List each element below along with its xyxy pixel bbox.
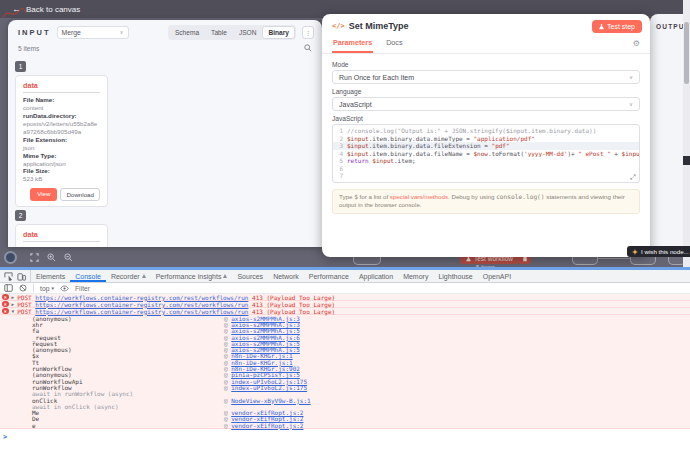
- zoom-in-icon[interactable]: [47, 253, 56, 262]
- error-message: POST https://workflows.container-registr…: [17, 294, 335, 301]
- devtools-tab-lighthouse[interactable]: Lighthouse: [433, 270, 477, 282]
- mode-select[interactable]: Run Once for Each Item ∨: [332, 70, 640, 84]
- warning-icon: [142, 274, 146, 278]
- line-number: 6: [333, 165, 347, 173]
- devtools-tabbar: ElementsConsoleRecorderPerformance insig…: [0, 270, 690, 283]
- devtools-tab-console[interactable]: Console: [70, 270, 106, 282]
- devtools-tab-recorder[interactable]: Recorder: [106, 270, 151, 282]
- search-icon[interactable]: [304, 44, 312, 52]
- test-step-button[interactable]: Test step: [592, 20, 642, 33]
- divider: [23, 241, 100, 242]
- source-location-link[interactable]: NodeView-xByV9w-B.js:1: [231, 397, 310, 404]
- binary-field-value: 523 kB: [23, 175, 100, 183]
- back-to-canvas-label: Back to canvas: [26, 5, 80, 14]
- item-index-badge: 1: [15, 61, 26, 72]
- binary-data-card: dataFile Name:contentrunData.directory:e…: [15, 75, 108, 207]
- devtools-tab-performance-insights[interactable]: Performance insights: [151, 270, 233, 282]
- input-source-select[interactable]: Merge ∨: [57, 26, 129, 39]
- binary-field-label: Mime Type:: [23, 152, 100, 160]
- language-label: Language: [332, 88, 640, 95]
- flask-icon: [599, 23, 604, 30]
- source-location-link[interactable]: vendor-xEifRopt.js:2: [231, 422, 303, 429]
- node-settings-dialog: </> Set MimeType Test step ParametersDoc…: [322, 14, 650, 257]
- error-icon: ×: [2, 301, 9, 308]
- output-panel-title: OUTPUT: [650, 14, 683, 30]
- inspect-element-icon[interactable]: [4, 272, 13, 281]
- stack-frame-row: e@ vendor-xEifRopt.js:2: [0, 422, 690, 428]
- binary-field-value: application/json: [23, 160, 100, 168]
- devtools-tab-memory[interactable]: Memory: [398, 270, 433, 282]
- code-editor[interactable]: 1//console.log("Output is:" + JSON.strin…: [332, 124, 640, 183]
- devtools-tab-performance[interactable]: Performance: [304, 270, 354, 282]
- wish-tooltip[interactable]: I wish this node...: [627, 246, 690, 257]
- expand-arrow-icon[interactable]: ▶: [12, 295, 15, 300]
- devtools-tab-elements[interactable]: Elements: [31, 270, 70, 282]
- prompt-chevron-icon: >: [3, 433, 7, 441]
- code-line: 3$input.item.binary.data.fileExtension =…: [333, 142, 639, 150]
- binary-field-value: eposts/v2/letters/u55b2a8ea97268c6bb905d…: [23, 120, 100, 136]
- input-view-tab-binary[interactable]: Binary: [262, 26, 295, 39]
- console-context-select[interactable]: top▾: [40, 285, 54, 292]
- fit-view-icon[interactable]: [30, 253, 39, 262]
- view-button[interactable]: View: [30, 188, 57, 201]
- code-line: 2$input.item.binary.data.mimeType = "app…: [333, 135, 639, 143]
- console-prompt[interactable]: >: [0, 429, 690, 445]
- special-vars-link[interactable]: special vars/methods: [390, 193, 448, 200]
- input-view-tab-schema[interactable]: Schema: [169, 26, 205, 39]
- expand-arrow-icon[interactable]: ▼: [12, 309, 15, 314]
- app-scrollbar[interactable]: [683, 0, 690, 267]
- zoom-out-icon[interactable]: [64, 253, 73, 262]
- binary-field-value: json: [23, 144, 100, 152]
- input-panel: INPUT Merge ∨ SchemaTableJSONBinary ⋮ 5 …: [8, 20, 322, 247]
- devtools-tab-application[interactable]: Application: [354, 270, 398, 282]
- dialog-title: Set MimeType: [349, 21, 409, 31]
- clear-console-icon[interactable]: [19, 284, 27, 292]
- binary-field-value: content: [23, 104, 100, 112]
- editor-hint: Type $ for a list of special vars/method…: [332, 189, 640, 214]
- devtools-tab-openapi[interactable]: OpenAPI: [478, 270, 516, 282]
- console-toolbar: top▾: [0, 283, 690, 294]
- request-url-link[interactable]: https://workflows.container-registry.com…: [35, 308, 248, 315]
- code-line: 1//console.log("Output is:" + JSON.strin…: [333, 127, 639, 135]
- scrollbar-thumb[interactable]: [684, 22, 689, 84]
- help-bubble[interactable]: [4, 251, 17, 264]
- line-number: 3: [333, 142, 347, 150]
- console-sidebar-icon[interactable]: [4, 284, 13, 292]
- line-number: 4: [333, 150, 347, 158]
- language-select[interactable]: JavaScript ∨: [332, 97, 640, 111]
- output-panel: OUTPUT: [650, 14, 683, 257]
- line-number: 7: [333, 172, 347, 180]
- input-options-button[interactable]: ⋮: [302, 26, 314, 39]
- download-button[interactable]: Download: [60, 188, 100, 201]
- console-filter-input[interactable]: [75, 285, 155, 292]
- binary-data-card: dataFile Name:contentrunData.directory:e…: [15, 224, 108, 247]
- binary-field-label: File Name:: [23, 245, 100, 247]
- divider: [23, 92, 100, 93]
- live-expression-eye-icon[interactable]: [60, 285, 69, 292]
- expand-editor-icon[interactable]: [630, 174, 636, 180]
- input-view-tab-json[interactable]: JSON: [233, 26, 263, 39]
- line-number: 1: [333, 127, 347, 135]
- binary-field-label: File Extension:: [23, 136, 100, 144]
- dialog-tabs: ParametersDocs⚙: [322, 34, 650, 54]
- error-icon: ×: [2, 308, 9, 315]
- input-items: 1dataFile Name:contentrunData.directory:…: [15, 58, 315, 247]
- request-url-link[interactable]: https://workflows.container-registry.com…: [35, 294, 248, 301]
- devtools-tab-sources[interactable]: Sources: [232, 270, 268, 282]
- dialog-tab-docs[interactable]: Docs: [385, 35, 403, 53]
- expand-arrow-icon[interactable]: ▶: [12, 302, 15, 307]
- code-node-icon: </>: [332, 22, 345, 30]
- request-url-link[interactable]: https://workflows.container-registry.com…: [35, 301, 248, 308]
- dialog-tab-parameters[interactable]: Parameters: [332, 35, 373, 53]
- source-location-link[interactable]: index-uPIv6oL2.js:175: [231, 384, 307, 391]
- sparkle-icon: [632, 249, 638, 255]
- input-view-tab-table[interactable]: Table: [205, 26, 233, 39]
- devtools-tab-network[interactable]: Network: [268, 270, 304, 282]
- device-toolbar-icon[interactable]: [17, 272, 26, 281]
- binary-actions: ViewDownload: [23, 188, 100, 201]
- canvas-controls: [30, 253, 73, 262]
- gear-icon[interactable]: ⚙: [633, 40, 640, 48]
- code-line: 5return $input.item;: [333, 157, 639, 165]
- stack-frame-name: e: [32, 422, 224, 429]
- warning-icon: [223, 274, 227, 278]
